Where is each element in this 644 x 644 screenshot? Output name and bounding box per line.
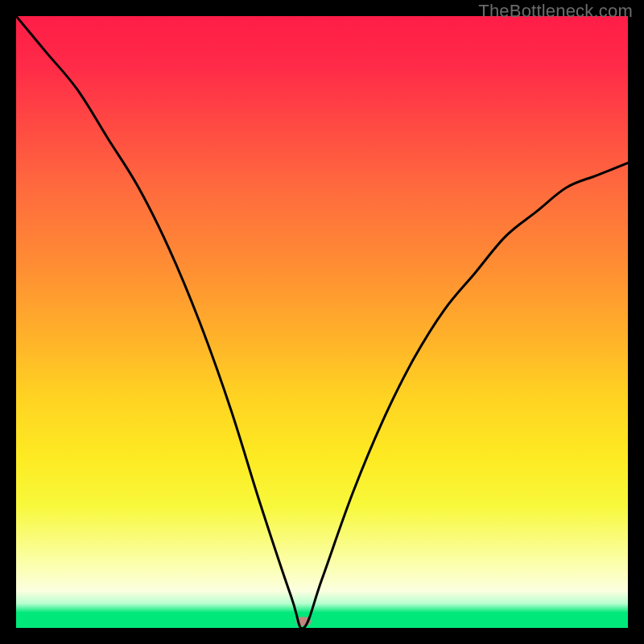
plot-area	[16, 16, 628, 628]
curve-path	[16, 16, 628, 628]
chart-frame: TheBottleneck.com	[0, 0, 644, 644]
bottleneck-curve	[16, 16, 628, 628]
watermark-text: TheBottleneck.com	[478, 1, 633, 22]
